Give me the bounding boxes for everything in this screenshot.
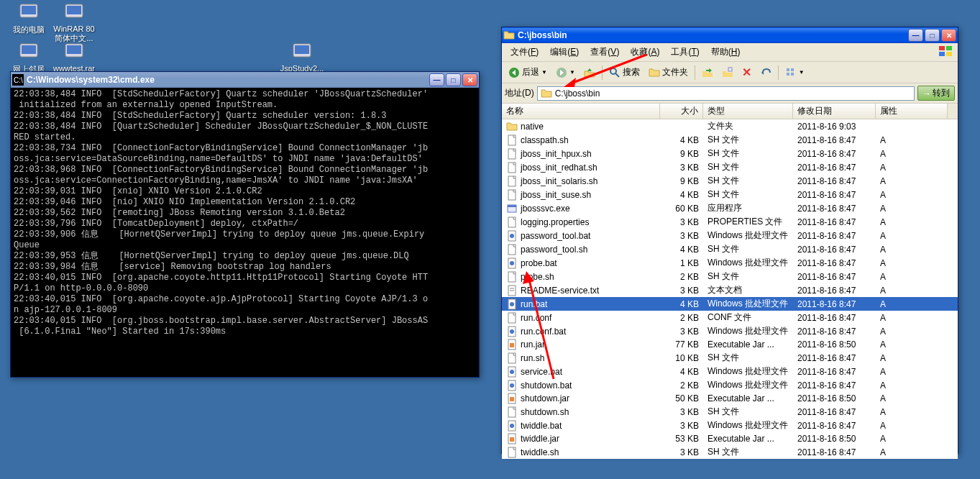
explorer-titlebar[interactable]: C:\jboss\bin — □ ✕ xyxy=(502,27,958,43)
file-size: 4 KB xyxy=(660,367,703,377)
address-input[interactable]: C:\jboss\bin xyxy=(537,86,915,101)
file-attr: A xyxy=(876,190,948,200)
jar-icon xyxy=(506,339,518,350)
file-row[interactable]: probe.sh 2 KB SH 文件 2011-8-16 8:47 A xyxy=(502,270,958,283)
file-row[interactable]: service.bat 4 KB Windows 批处理文件 2011-8-16… xyxy=(502,365,958,378)
file-date: 2011-8-16 8:47 xyxy=(793,258,876,268)
file-row[interactable]: shutdown.sh 3 KB SH 文件 2011-8-16 8:47 A xyxy=(502,405,958,419)
file-row[interactable]: run.bat 4 KB Windows 批处理文件 2011-8-16 8:4… xyxy=(502,297,958,311)
file-row[interactable]: run.conf 2 KB CONF 文件 2011-8-16 8:47 A xyxy=(502,311,958,324)
addressbar: 地址(D) C:\jboss\bin → 转到 xyxy=(502,83,958,104)
file-row[interactable]: jboss_init_solaris.sh 9 KB SH 文件 2011-8-… xyxy=(502,174,958,188)
file-row[interactable]: password_tool.bat 3 KB Windows 批处理文件 201… xyxy=(502,229,958,242)
menu-h[interactable]: 帮助(H) xyxy=(705,45,746,60)
txt-icon xyxy=(506,285,518,296)
menu-t[interactable]: 工具(T) xyxy=(665,45,705,60)
file-size: 2 KB xyxy=(660,380,703,391)
file-row[interactable]: run.conf.bat 3 KB Windows 批处理文件 2011-8-1… xyxy=(502,324,958,338)
copyto-icon xyxy=(722,67,733,78)
desktop-icon-winrar[interactable]: WinRAR 80简体中文... xyxy=(49,0,99,44)
file-row[interactable]: twiddle.jar 53 KB Executable Jar ... 201… xyxy=(502,432,958,445)
file-size: 53 KB xyxy=(660,434,703,444)
svg-rect-56 xyxy=(508,407,516,417)
maximize-button[interactable]: □ xyxy=(446,73,461,86)
file-row[interactable]: logging.properties 3 KB PROPERTIES 文件 20… xyxy=(502,215,958,229)
file-list[interactable]: native 文件夹 2011-8-16 9:03 classpath.sh 4… xyxy=(502,119,958,459)
up-icon xyxy=(584,67,595,78)
file-size: 4 KB xyxy=(660,299,703,309)
desktop-icon-app[interactable]: JspStudy2... xyxy=(277,40,327,73)
file-row[interactable]: jboss_init_redhat.sh 3 KB SH 文件 2011-8-1… xyxy=(502,160,958,174)
col-name[interactable]: 名称 xyxy=(502,104,660,119)
menu-v[interactable]: 查看(V) xyxy=(585,45,625,60)
menu-f[interactable]: 文件(F) xyxy=(505,45,544,60)
file-size: 77 KB xyxy=(660,339,703,350)
maximize-button[interactable]: □ xyxy=(925,29,940,42)
col-type[interactable]: 类型 xyxy=(703,104,793,119)
file-row[interactable]: probe.bat 1 KB Windows 批处理文件 2011-8-16 8… xyxy=(502,256,958,270)
file-row[interactable]: native 文件夹 2011-8-16 9:03 xyxy=(502,119,958,133)
file-row[interactable]: twiddle.bat 3 KB Windows 批处理文件 2011-8-16… xyxy=(502,419,958,432)
file-name: twiddle.sh xyxy=(521,447,559,457)
undo-button[interactable] xyxy=(756,65,775,81)
cmd-window[interactable]: C:\ C:\Windows\system32\cmd.exe — □ ✕ 22… xyxy=(10,71,480,378)
back-button[interactable]: 后退 ▼ xyxy=(505,64,551,81)
folder-icon xyxy=(506,121,518,132)
copyto-button[interactable] xyxy=(718,65,737,81)
file-row[interactable]: password_tool.sh 4 KB SH 文件 2011-8-16 8:… xyxy=(502,242,958,256)
back-icon xyxy=(508,67,520,78)
forward-button[interactable]: ▼ xyxy=(552,65,579,81)
desktop-icon-network[interactable]: 网上邻居 xyxy=(4,40,54,75)
delete-button[interactable]: ✕ xyxy=(738,63,755,81)
file-row[interactable]: classpath.sh 4 KB SH 文件 2011-8-16 8:47 A xyxy=(502,133,958,147)
file-date: 2011-8-16 8:47 xyxy=(793,190,876,200)
col-size[interactable]: 大小 xyxy=(660,104,703,119)
go-button[interactable]: → 转到 xyxy=(917,86,955,101)
minimize-button[interactable]: — xyxy=(908,29,923,42)
file-name: jboss_init_solaris.sh xyxy=(521,176,597,186)
file-row[interactable]: shutdown.jar 50 KB Executable Jar ... 20… xyxy=(502,392,958,405)
svg-point-18 xyxy=(610,68,616,74)
file-name: run.jar xyxy=(521,339,545,350)
file-row[interactable]: jboss_init_hpux.sh 9 KB SH 文件 2011-8-16 … xyxy=(502,147,958,160)
rar-icon xyxy=(63,40,86,63)
file-type: SH 文件 xyxy=(703,406,793,418)
explorer-window[interactable]: C:\jboss\bin — □ ✕ 文件(F)编辑(E)查看(V)收藏(A)工… xyxy=(501,27,958,454)
up-button[interactable] xyxy=(580,65,599,81)
desktop-icon-mycomputer[interactable]: 我的电脑 xyxy=(4,0,54,35)
menu-e[interactable]: 编辑(E) xyxy=(544,45,585,60)
cmd-titlebar[interactable]: C:\ C:\Windows\system32\cmd.exe — □ ✕ xyxy=(11,72,479,88)
file-row[interactable]: jboss_init_suse.sh 4 KB SH 文件 2011-8-16 … xyxy=(502,188,958,201)
col-date[interactable]: 修改日期 xyxy=(793,104,876,119)
file-attr: A xyxy=(876,176,948,186)
file-row[interactable]: run.sh 10 KB SH 文件 2011-8-16 8:47 A xyxy=(502,351,958,365)
file-row[interactable]: twiddle.sh 3 KB SH 文件 2011-8-16 8:47 A xyxy=(502,445,958,459)
file-size: 3 KB xyxy=(660,407,703,417)
mycomputer-icon xyxy=(17,0,40,23)
views-icon xyxy=(785,67,797,78)
menu-a[interactable]: 收藏(A) xyxy=(625,45,665,60)
views-button[interactable]: ▼ xyxy=(782,65,808,81)
col-attr[interactable]: 属性 xyxy=(876,104,948,119)
file-type: 文本文档 xyxy=(703,284,793,296)
close-button[interactable]: ✕ xyxy=(462,73,477,86)
moveto-button[interactable] xyxy=(698,65,717,81)
separator xyxy=(602,65,603,80)
close-button[interactable]: ✕ xyxy=(941,29,956,42)
svg-rect-38 xyxy=(508,272,516,282)
folder-icon xyxy=(503,29,515,41)
file-row[interactable]: shutdown.bat 2 KB Windows 批处理文件 2011-8-1… xyxy=(502,378,958,392)
svg-point-46 xyxy=(510,329,514,334)
svg-rect-48 xyxy=(510,343,514,347)
desktop-icon-rar[interactable]: wwwtest.rar xyxy=(49,40,99,73)
file-name: jboss_init_hpux.sh xyxy=(521,149,592,159)
search-button[interactable]: 搜索 xyxy=(605,64,644,81)
file-row[interactable]: jbosssvc.exe 60 KB 应用程序 2011-8-16 8:47 A xyxy=(502,201,958,215)
forward-icon xyxy=(556,67,567,78)
file-row[interactable]: run.jar 77 KB Executable Jar ... 2011-8-… xyxy=(502,338,958,351)
folders-button[interactable]: 文件夹 xyxy=(645,64,692,81)
file-row[interactable]: README-service.txt 3 KB 文本文档 2011-8-16 8… xyxy=(502,283,958,297)
minimize-button[interactable]: — xyxy=(429,73,444,86)
bat-icon xyxy=(506,420,518,432)
file-type: Windows 批处理文件 xyxy=(703,365,793,378)
